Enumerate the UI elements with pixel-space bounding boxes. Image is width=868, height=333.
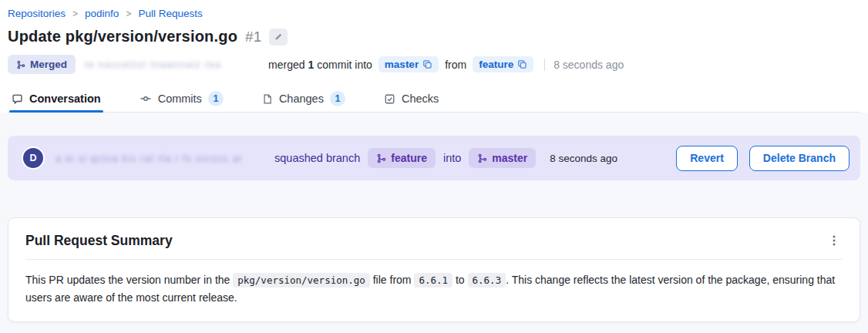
- head-branch-chip[interactable]: feature: [473, 56, 533, 72]
- copy-icon[interactable]: [517, 59, 527, 69]
- delete-branch-button[interactable]: Delete Branch: [749, 146, 849, 171]
- tab-label: Conversation: [29, 92, 101, 105]
- breadcrumb: Repositories > podinfo > Pull Requests: [8, 8, 860, 19]
- base-branch-pill: master: [469, 148, 536, 168]
- tab-commits[interactable]: Commits 1: [137, 86, 226, 112]
- pencil-icon: [274, 32, 283, 42]
- kebab-menu-button[interactable]: [826, 233, 843, 248]
- breadcrumb-podinfo[interactable]: podinfo: [85, 8, 119, 19]
- pr-number: #1: [245, 29, 261, 45]
- head-branch-label: feature: [479, 59, 513, 70]
- head-branch-label: feature: [391, 152, 427, 164]
- git-merge-icon: [16, 60, 25, 69]
- summary-segment: file from: [370, 274, 415, 286]
- tab-changes[interactable]: Changes 1: [260, 86, 348, 112]
- header-section: Repositories > podinfo > Pull Requests U…: [0, 0, 868, 113]
- git-branch-icon: [376, 153, 386, 163]
- file-icon: [262, 93, 273, 105]
- tab-label: Commits: [158, 92, 202, 105]
- pull-request-page: Repositories > podinfo > Pull Requests U…: [0, 0, 868, 333]
- revert-button[interactable]: Revert: [676, 146, 738, 171]
- summary-segment: This PR updates the version number in th…: [25, 274, 233, 286]
- changes-count-badge: 1: [330, 91, 345, 106]
- page-title: Update pkg/version/version.go: [8, 28, 237, 45]
- title-row: Update pkg/version/version.go #1: [8, 28, 860, 45]
- merge-result-banner: D a ei si qctca kis rat rfa r fs ssrzcs …: [8, 136, 860, 180]
- divider: [544, 59, 545, 71]
- base-branch-label: master: [492, 152, 527, 164]
- merged-action-text: merged: [268, 59, 304, 71]
- code-old-version: 6.6.1: [414, 273, 453, 288]
- breadcrumb-pull-requests[interactable]: Pull Requests: [138, 8, 202, 19]
- content-section: D a ei si qctca kis rat rfa r fs ssrzcs …: [0, 113, 868, 333]
- tab-label: Changes: [279, 92, 324, 105]
- tab-conversation[interactable]: Conversation: [9, 86, 103, 112]
- banner-action-text: squashed branch: [274, 152, 360, 164]
- banner-time: 8 seconds ago: [550, 153, 617, 164]
- author-redacted: te nascetzzi tnaannaiz rea: [85, 59, 261, 70]
- code-filepath: pkg/version/version.go: [233, 273, 370, 288]
- breadcrumb-repositories[interactable]: Repositories: [8, 8, 66, 19]
- code-new-version: 6.6.3: [468, 273, 506, 288]
- comment-icon: [12, 93, 23, 105]
- git-branch-icon: [477, 153, 487, 163]
- card-title: Pull Request Summary: [25, 233, 173, 249]
- kebab-icon: [829, 234, 839, 247]
- into-text: into: [443, 152, 461, 164]
- avatar: D: [23, 148, 43, 168]
- pr-tabs: Conversation Commits 1 Changes 1: [8, 86, 860, 113]
- base-branch-label: master: [385, 59, 419, 70]
- checklist-icon: [384, 93, 395, 105]
- from-text: from: [445, 59, 466, 71]
- tab-label: Checks: [402, 92, 439, 105]
- pr-meta-row: Merged te nascetzzi tnaannaiz rea merged…: [8, 55, 860, 74]
- head-branch-pill: feature: [368, 148, 436, 168]
- commit-into-text: commit into: [317, 59, 372, 71]
- banner-author-redacted: a ei si qctca kis rat rfa r fs ssrzcs al: [56, 153, 271, 164]
- summary-segment: to: [453, 274, 467, 286]
- tab-checks[interactable]: Checks: [382, 86, 441, 112]
- breadcrumb-separator: >: [72, 8, 78, 19]
- breadcrumb-separator: >: [126, 8, 131, 19]
- summary-text: This PR updates the version number in th…: [25, 271, 843, 307]
- merged-time: 8 seconds ago: [553, 59, 624, 71]
- base-branch-chip[interactable]: master: [378, 56, 439, 72]
- commit-icon: [140, 92, 152, 105]
- edit-title-button[interactable]: [269, 29, 288, 45]
- commit-count: 1: [308, 59, 314, 71]
- card-header: Pull Request Summary: [25, 233, 843, 249]
- divider: [25, 259, 843, 260]
- commits-count-badge: 1: [208, 91, 224, 106]
- copy-icon[interactable]: [422, 59, 432, 69]
- status-label: Merged: [30, 59, 67, 70]
- status-badge: Merged: [8, 55, 76, 74]
- pr-summary-card: Pull Request Summary This PR updates the…: [8, 217, 860, 322]
